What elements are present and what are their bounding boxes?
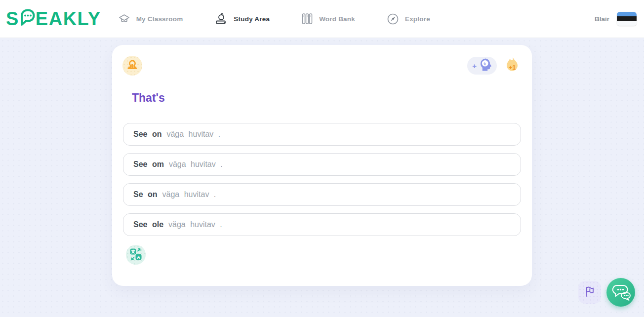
card-top-row: + +1 xyxy=(112,45,532,76)
option-answer: See ole xyxy=(133,220,163,229)
answer-option[interactable]: See om väga huvitav . xyxy=(123,153,521,176)
option-tail: väga huvitav . xyxy=(166,130,220,139)
reward-badges: + +1 xyxy=(467,56,521,75)
logo-text-first: S xyxy=(6,9,19,28)
speakly-logo[interactable]: S EAKLY xyxy=(6,8,101,29)
exercise-card: + +1 xyxy=(112,45,532,286)
points-pill: + xyxy=(467,57,497,75)
nav-label: Word Bank xyxy=(319,15,355,23)
monument-arch-icon xyxy=(126,59,138,73)
option-answer: See on xyxy=(133,130,161,139)
nav-my-classroom[interactable]: My Classroom xyxy=(118,13,183,25)
nav-label: Explore xyxy=(405,15,430,23)
option-tail: väga huvitav . xyxy=(169,160,223,169)
plus-label: + xyxy=(472,62,477,70)
nav-study-area[interactable]: Study Area xyxy=(214,12,270,26)
compass-icon xyxy=(387,13,399,25)
option-answer: Se on xyxy=(133,190,158,199)
svg-text:A: A xyxy=(137,254,140,259)
streak-count: +1 xyxy=(504,64,521,71)
main-nav: My Classroom Study Area xyxy=(118,12,430,26)
answer-option[interactable]: See on väga huvitav . xyxy=(123,123,521,146)
answer-option[interactable]: Se on väga huvitav . xyxy=(123,183,521,206)
user-name: Blair xyxy=(595,15,609,23)
option-tail: väga huvitav . xyxy=(168,220,222,229)
nav-label: Study Area xyxy=(234,15,270,23)
head-with-leaf-icon xyxy=(479,57,493,74)
top-nav-bar: S EAKLY My Classroom xyxy=(0,0,644,38)
nav-explore[interactable]: Explore xyxy=(387,13,430,25)
page: S EAKLY My Classroom xyxy=(0,0,644,317)
nav-word-bank[interactable]: Word Bank xyxy=(301,12,355,25)
option-tail: väga huvitav . xyxy=(162,190,216,199)
user-area[interactable]: Blair xyxy=(595,12,644,26)
chat-support-button[interactable] xyxy=(606,278,635,307)
report-flag-icon xyxy=(583,285,596,300)
speech-bubble-p-icon xyxy=(19,8,36,29)
chat-bubbles-icon xyxy=(610,282,631,303)
report-button[interactable] xyxy=(578,281,601,304)
graduation-cap-icon xyxy=(118,13,130,25)
apple-on-book-icon xyxy=(214,12,228,26)
answer-option[interactable]: See ole väga huvitav . xyxy=(123,213,521,236)
estonia-flag[interactable] xyxy=(617,12,637,26)
book-spines-icon xyxy=(301,12,313,25)
exercise-prompt: That's xyxy=(132,91,532,105)
translate-icon: A xyxy=(129,248,142,262)
streak-flame-badge: +1 xyxy=(504,56,521,75)
logo-text-rest: EAKLY xyxy=(36,9,101,28)
option-answer: See om xyxy=(133,160,164,169)
nav-label: My Classroom xyxy=(136,15,183,23)
answer-options: See on väga huvitav . See om väga huvita… xyxy=(123,123,521,236)
translate-button[interactable]: A xyxy=(126,245,146,265)
level-badge xyxy=(122,56,142,76)
